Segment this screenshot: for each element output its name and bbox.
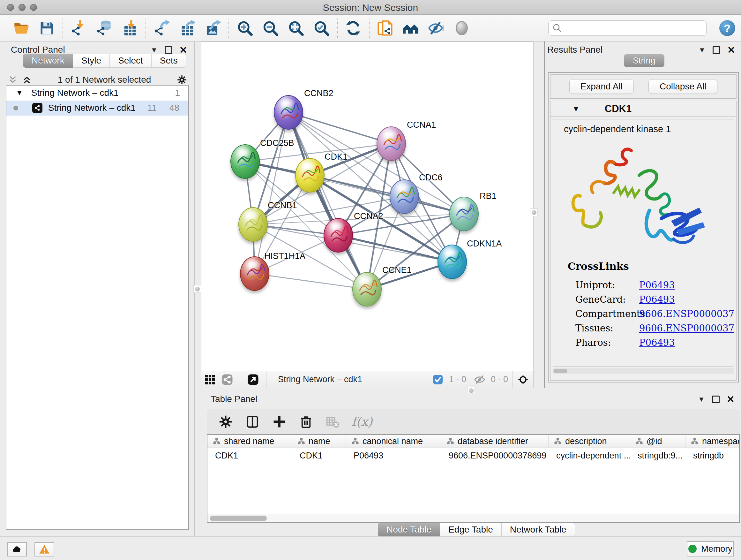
table-settings-gear-icon[interactable] [218, 414, 233, 430]
table-panel-menu-icon[interactable]: ▼ [698, 395, 705, 403]
selected-checkbox-icon[interactable] [429, 374, 447, 385]
search-input[interactable] [548, 20, 706, 36]
results-panel-title: Results Panel [547, 45, 603, 55]
fit-selected-crosshair-icon[interactable] [513, 374, 533, 385]
zoom-out-button[interactable] [260, 18, 280, 38]
network-canvas[interactable]: CCNB2 CCNA1 CDC25B CDK1 CDC6 RB1 [201, 42, 533, 371]
node-label-CCNE1: CCNE1 [382, 265, 412, 275]
save-session-button[interactable] [37, 18, 57, 38]
edge-HIST1H1A-CCNE1[interactable] [255, 273, 367, 289]
results-panel-close-icon[interactable]: ✕ [727, 45, 735, 55]
tab-network-table[interactable]: Network Table [502, 523, 575, 537]
gene-section-header[interactable]: ▼ CDK1 [550, 101, 736, 117]
node-CCNA1[interactable] [377, 126, 406, 161]
delete-column-trash-icon[interactable] [298, 414, 314, 430]
tab-string[interactable]: String [624, 54, 664, 67]
results-panel-float-icon[interactable] [713, 46, 720, 54]
left-splitter-handle[interactable] [193, 285, 201, 293]
import-network-file-button[interactable] [69, 18, 89, 38]
hide-selected-button[interactable] [426, 18, 446, 38]
results-panel: Results Panel ▼ ✕ String Expand All Coll… [544, 42, 741, 388]
protein-ribbon-thumbnail [438, 245, 466, 278]
import-table-file-button[interactable] [120, 18, 140, 38]
import-network-database-icon [96, 20, 113, 37]
crosslink-value-link[interactable]: 9606.ENSP00000378699 [639, 308, 734, 319]
zoom-selected-button[interactable] [312, 18, 331, 38]
column-header-description[interactable]: description [549, 435, 630, 448]
gene-expand-icon[interactable]: ▼ [572, 105, 580, 113]
tab-node-table[interactable]: Node Table [378, 523, 440, 537]
network-collection-row[interactable]: ▼ String Network – cdk1 1 [6, 85, 188, 101]
tab-network[interactable]: Network [23, 54, 73, 68]
expand-all-networks-icon[interactable] [20, 73, 34, 86]
warnings-button[interactable] [35, 542, 54, 557]
node-CCNE1[interactable] [352, 272, 382, 307]
node-CDK1[interactable] [295, 158, 325, 192]
expand-all-button[interactable]: Expand All [569, 79, 634, 94]
collapse-all-button[interactable]: Collapse All [649, 79, 718, 94]
export-image-button[interactable] [203, 18, 223, 38]
table-row[interactable]: CDK1CDK1P064939606.ENSP00000378699cyclin… [207, 448, 739, 463]
tab-select[interactable]: Select [110, 54, 151, 68]
column-header-name[interactable]: name [292, 435, 346, 448]
edge-CCNB2-CCNE1[interactable] [288, 112, 367, 289]
collection-expand-icon[interactable]: ▼ [16, 89, 23, 97]
column-header-canonical-name[interactable]: canonical name [346, 435, 441, 448]
table-panel-float-icon[interactable] [712, 395, 720, 403]
edge-CCNB2-CCNA1[interactable] [288, 112, 391, 144]
column-network-icon [554, 438, 561, 445]
string-home-button[interactable] [401, 18, 421, 38]
collapse-all-networks-icon[interactable] [6, 73, 20, 86]
node-RB1[interactable] [449, 197, 479, 231]
show-columns-icon[interactable] [245, 414, 260, 430]
control-panel-float-icon[interactable] [165, 46, 172, 54]
titlebar: Session: New Session [0, 0, 741, 15]
crosslink-value-link[interactable]: P06493 [639, 337, 675, 348]
tab-sets[interactable]: Sets [151, 54, 186, 68]
node-CCNB2[interactable] [274, 95, 303, 130]
column-header-database-identifier[interactable]: database identifier [441, 435, 549, 448]
cloud-service-button[interactable] [7, 542, 27, 557]
network-row[interactable]: String Network – cdk1 11 48 [6, 101, 188, 116]
crosslink-value-link[interactable]: P06493 [639, 280, 675, 291]
results-horizontal-scrollbar[interactable] [553, 368, 734, 374]
results-panel-menu-icon[interactable]: ▼ [698, 46, 705, 54]
tab-edge-table[interactable]: Edge Table [440, 523, 502, 537]
export-network-button[interactable] [152, 18, 172, 38]
refresh-view-button[interactable] [343, 18, 363, 38]
help-button[interactable]: ? [719, 20, 735, 36]
hidden-eye-icon[interactable] [471, 374, 488, 385]
gene-name: CDK1 [605, 103, 631, 115]
node-CDC25B[interactable] [230, 144, 260, 179]
column-header-namespac[interactable]: namespac [685, 435, 739, 448]
crosslink-value-link[interactable]: P06493 [639, 294, 675, 305]
column-header-shared-name[interactable]: shared name [207, 435, 292, 448]
node-CDKN1A[interactable] [437, 245, 467, 279]
control-panel-menu-icon[interactable]: ▼ [151, 46, 158, 54]
show-graphics-details-button[interactable] [452, 18, 472, 38]
open-in-new-window-icon[interactable] [245, 374, 262, 385]
node-HIST1H1A[interactable] [240, 256, 269, 291]
zoom-in-button[interactable] [235, 18, 255, 38]
table-horizontal-scrollbar[interactable] [207, 514, 739, 522]
import-network-database-button[interactable] [94, 18, 114, 38]
right-splitter-handle[interactable] [530, 208, 538, 216]
node-CCNB1[interactable] [239, 207, 268, 242]
node-CCNA2[interactable] [324, 218, 353, 253]
export-table-button[interactable] [178, 18, 197, 38]
crosslink-value-link[interactable]: 9606.ENSP00000378699 [639, 323, 734, 334]
open-session-button[interactable] [11, 18, 31, 38]
column-header--id[interactable]: @id [630, 435, 685, 448]
search-box [548, 20, 706, 36]
tab-style[interactable]: Style [73, 54, 110, 68]
zoom-fit-button[interactable] [286, 18, 306, 38]
grid-view-icon[interactable] [201, 374, 219, 385]
clone-network-button[interactable] [375, 18, 395, 38]
table-panel-close-icon[interactable]: ✕ [727, 395, 735, 404]
node-CDC6[interactable] [390, 179, 419, 214]
network-options-gear-icon[interactable] [175, 73, 189, 86]
memory-button[interactable]: Memory [687, 541, 734, 557]
create-column-plus-icon[interactable] [271, 414, 287, 430]
edge-CCNB2-HIST1H1A[interactable] [255, 112, 288, 273]
birdseye-view-icon[interactable] [219, 374, 236, 385]
